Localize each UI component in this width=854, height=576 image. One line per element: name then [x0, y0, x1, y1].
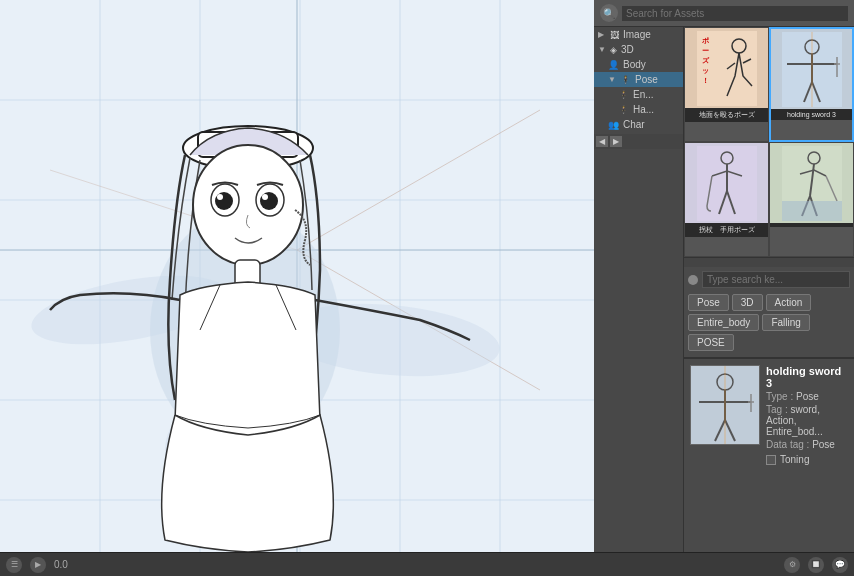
thumbnail-1[interactable]: ポ ー ズ ッ ！ — [684, 27, 769, 142]
info-text: holding sword 3 Type : Pose Tag : sword,… — [766, 365, 848, 465]
right-panel: 🔍 ▶ 🖼 Image ▼ ◈ 3D 👤 — [594, 0, 854, 552]
main-container: 🔍 ▶ 🖼 Image ▼ ◈ 3D 👤 — [0, 0, 854, 552]
tree-arrow-image: ▶ — [598, 30, 606, 39]
thumb-label-1: 地面を殴るポーズ — [685, 108, 768, 122]
tag-falling[interactable]: Falling — [762, 314, 809, 331]
tag-search-panel: Pose 3D Action Entire_body Falling POSE — [684, 267, 854, 358]
search-icon: 🔍 — [600, 4, 618, 22]
toning-label: Toning — [780, 454, 809, 465]
info-type-value: Pose — [796, 391, 819, 402]
thumb-image-2 — [771, 29, 852, 109]
info-title: holding sword 3 — [766, 365, 848, 389]
tag-search-dot — [688, 275, 698, 285]
tree-item-en[interactable]: 🕴 En... — [594, 87, 683, 102]
canvas-area[interactable] — [0, 0, 594, 552]
tree-label-3d: 3D — [621, 44, 634, 55]
thumbnail-grid: ポ ー ズ ッ ！ — [684, 27, 854, 257]
tree-scroll-right[interactable]: ▶ — [610, 136, 622, 147]
svg-point-27 — [260, 192, 278, 210]
thumbnail-3[interactable]: 拐杖 手用ポーズ — [684, 142, 769, 257]
tree-item-3d[interactable]: ▼ ◈ 3D — [594, 42, 683, 57]
status-coords: 0.0 — [54, 559, 68, 570]
status-icon-5[interactable]: 💬 — [832, 557, 848, 573]
tree-scroll-controls: ◀ ▶ — [594, 134, 683, 149]
tag-buttons: Pose 3D Action Entire_body Falling POSE — [688, 292, 850, 353]
toning-checkbox[interactable] — [766, 455, 776, 465]
tree-scroll-left[interactable]: ◀ — [596, 136, 608, 147]
info-datatag-row: Data tag : Pose — [766, 439, 848, 450]
info-thumb-svg — [691, 366, 759, 444]
content-column: ポ ー ズ ッ ！ — [684, 27, 854, 552]
status-bar: ☰ ▶ 0.0 ⚙ 🔲 💬 — [0, 552, 854, 576]
thumb-label-3: 拐杖 手用ポーズ — [685, 223, 768, 237]
tree-icon-char: 👥 — [608, 120, 619, 130]
canvas-svg — [0, 0, 594, 552]
tree-item-char[interactable]: 👥 Char — [594, 117, 683, 132]
tree-label-char: Char — [623, 119, 645, 130]
thumbnail-4[interactable] — [769, 142, 854, 257]
tree-label-en: En... — [633, 89, 654, 100]
tree-icon-en: 🕴 — [618, 90, 629, 100]
info-type-row: Type : Pose — [766, 391, 848, 402]
status-icon-1: ☰ — [6, 557, 22, 573]
svg-point-28 — [217, 194, 223, 200]
tree-item-ha[interactable]: 🕴 Ha... — [594, 102, 683, 117]
svg-text:ー: ー — [702, 47, 709, 54]
status-icon-2: ▶ — [30, 557, 46, 573]
tree-icon-3d: ◈ — [610, 45, 617, 55]
thumbnail-2[interactable]: holding sword 3 — [769, 27, 854, 142]
info-datatag-label: Data tag : — [766, 439, 812, 450]
tree-item-image[interactable]: ▶ 🖼 Image — [594, 27, 683, 42]
thumb-svg-3 — [697, 146, 757, 221]
thumb-image-4 — [770, 143, 853, 223]
status-icon-4[interactable]: 🔲 — [808, 557, 824, 573]
tree-icon-image: 🖼 — [610, 30, 619, 40]
tree-icon-pose: 🕴 — [620, 75, 631, 85]
tree-label-ha: Ha... — [633, 104, 654, 115]
info-panel: holding sword 3 Type : Pose Tag : sword,… — [684, 358, 854, 471]
h-scrollbar[interactable] — [684, 257, 854, 267]
tag-entire-body[interactable]: Entire_body — [688, 314, 759, 331]
svg-point-26 — [215, 192, 233, 210]
tag-pose[interactable]: Pose — [688, 294, 729, 311]
svg-point-23 — [193, 145, 303, 265]
panel-columns: ▶ 🖼 Image ▼ ◈ 3D 👤 Body ▼ 🕴 Pose — [594, 27, 854, 552]
tree-label-image: Image — [623, 29, 651, 40]
info-datatag-value: Pose — [812, 439, 835, 450]
thumb-svg-2 — [782, 32, 842, 107]
search-bar: 🔍 — [594, 0, 854, 27]
thumb-image-1: ポ ー ズ ッ ！ — [685, 28, 768, 108]
tree-item-body[interactable]: 👤 Body — [594, 57, 683, 72]
svg-text:ッ: ッ — [702, 67, 709, 74]
tree-item-pose[interactable]: ▼ 🕴 Pose — [594, 72, 683, 87]
tag-pose2[interactable]: POSE — [688, 334, 734, 351]
tree-label-body: Body — [623, 59, 646, 70]
info-tag-row: Tag : sword, Action, Entire_bod... — [766, 404, 848, 437]
info-tag-label: Tag : — [766, 404, 790, 415]
toning-row: Toning — [766, 454, 848, 465]
asset-search-input[interactable] — [622, 6, 848, 21]
svg-rect-53 — [782, 201, 842, 221]
tree-icon-body: 👤 — [608, 60, 619, 70]
tag-3d[interactable]: 3D — [732, 294, 763, 311]
tag-search-row — [688, 271, 850, 288]
svg-text:ポ: ポ — [702, 37, 709, 44]
info-type-label: Type : — [766, 391, 796, 402]
thumb-image-3 — [685, 143, 768, 223]
svg-point-29 — [262, 194, 268, 200]
tree-label-pose: Pose — [635, 74, 658, 85]
tag-search-input[interactable] — [702, 271, 850, 288]
thumb-label-4 — [770, 223, 853, 227]
tree-icon-ha: 🕴 — [618, 105, 629, 115]
tree-arrow-pose: ▼ — [608, 75, 616, 84]
svg-text:！: ！ — [702, 77, 709, 84]
thumb-label-2: holding sword 3 — [771, 109, 852, 120]
info-thumbnail — [690, 365, 760, 445]
tree-panel: ▶ 🖼 Image ▼ ◈ 3D 👤 Body ▼ 🕴 Pose — [594, 27, 684, 552]
thumb-svg-4 — [782, 146, 842, 221]
svg-text:ズ: ズ — [702, 57, 710, 64]
tag-action[interactable]: Action — [766, 294, 812, 311]
status-icon-3[interactable]: ⚙ — [784, 557, 800, 573]
thumb-svg-1: ポ ー ズ ッ ！ — [697, 31, 757, 106]
tree-arrow-3d: ▼ — [598, 45, 606, 54]
